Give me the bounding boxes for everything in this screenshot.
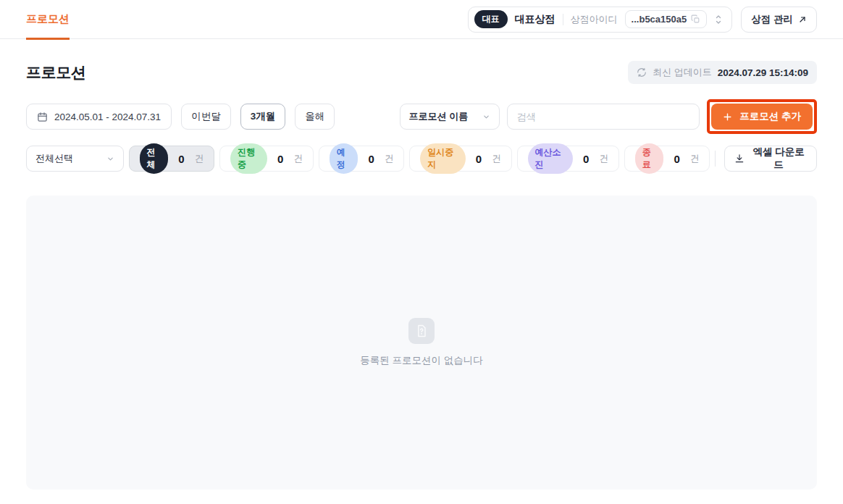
period-button-this-month[interactable]: 이번달	[181, 104, 231, 130]
search-field-select[interactable]: 프로모션 이름	[400, 104, 500, 130]
period-this-month-label: 이번달	[191, 110, 221, 123]
tab-promotion[interactable]: 프로모션	[26, 0, 70, 39]
add-promotion-highlight-box: 프로모션 추가	[707, 99, 817, 134]
add-promotion-label: 프로모션 추가	[739, 110, 801, 123]
store-manage-label: 상점 관리	[751, 13, 793, 26]
status-unit: 건	[492, 153, 501, 165]
tab-promotion-label: 프로모션	[26, 12, 70, 26]
copy-icon[interactable]	[691, 14, 700, 24]
divider	[563, 14, 563, 25]
status-count: 0	[476, 153, 482, 165]
status-badge: 예정	[330, 143, 358, 174]
status-unit: 건	[385, 153, 394, 165]
store-name: 대표상점	[515, 13, 555, 26]
status-card-budget-exhausted[interactable]: 예산소진 0 건	[517, 146, 619, 172]
status-badge: 종료	[635, 143, 664, 174]
period-3-months-label: 3개월	[251, 110, 276, 123]
status-card-all[interactable]: 전체 0 건	[129, 146, 214, 172]
status-unit: 건	[599, 153, 608, 165]
store-switch-chevrons-icon[interactable]	[714, 14, 723, 25]
status-count: 0	[368, 153, 374, 165]
excel-download-button[interactable]: 엑셀 다운로드	[724, 146, 817, 172]
refresh-icon[interactable]	[637, 67, 647, 77]
filter-row-date-search: 2024.05.01 - 2024.07.31 이번달 3개월 올해 프로모션 …	[26, 99, 817, 134]
search-field-value: 프로모션 이름	[409, 110, 469, 123]
excel-download-label: 엑셀 다운로드	[750, 146, 807, 172]
search-input[interactable]	[507, 104, 700, 130]
topbar-right-group: 대표 대표상점 상점아이디 ...b5ca150a5 상점 관리	[468, 7, 817, 33]
search-group: 프로모션 이름 프로모션 추가	[400, 99, 817, 134]
empty-document-icon	[408, 318, 435, 344]
status-card-in-progress[interactable]: 진행중 0 건	[219, 146, 314, 172]
period-this-year-label: 올해	[305, 110, 324, 123]
status-card-paused[interactable]: 일시중지 0 건	[409, 146, 511, 172]
status-badge: 일시중지	[420, 143, 465, 174]
status-count: 0	[674, 153, 679, 165]
status-badge: 예산소진	[528, 143, 573, 174]
status-filter-row: 전체선택 전체 0 건 진행중 0 건 예정 0 건 일시중지 0 건 예산소진…	[26, 146, 817, 172]
store-type-badge: 대표	[474, 10, 508, 28]
status-badge: 전체	[140, 143, 169, 174]
plus-icon	[723, 112, 732, 122]
status-count: 0	[583, 153, 589, 165]
status-unit: 건	[690, 153, 700, 165]
status-unit: 건	[195, 153, 204, 165]
store-id-value: ...b5ca150a5	[632, 14, 687, 25]
store-id-label: 상점아이디	[571, 13, 618, 26]
add-promotion-button[interactable]: 프로모션 추가	[711, 104, 813, 130]
external-link-arrow-icon	[798, 15, 807, 24]
select-all-dropdown[interactable]: 전체선택	[26, 146, 124, 172]
empty-state-message: 등록된 프로모션이 없습니다	[360, 354, 483, 367]
store-manage-button[interactable]: 상점 관리	[741, 7, 817, 33]
page-title: 프로모션	[26, 62, 86, 83]
select-all-label: 전체선택	[35, 152, 73, 165]
date-range-value: 2024.05.01 - 2024.07.31	[54, 112, 161, 122]
date-range-picker[interactable]: 2024.05.01 - 2024.07.31	[26, 104, 172, 130]
calendar-icon	[37, 112, 48, 122]
store-selector: 대표 대표상점 상점아이디 ...b5ca150a5	[468, 7, 733, 33]
status-card-scheduled[interactable]: 예정 0 건	[319, 146, 404, 172]
promotion-list-empty-panel: 등록된 프로모션이 없습니다	[26, 196, 817, 490]
excel-group: 엑셀 다운로드	[715, 146, 817, 172]
status-badge: 진행중	[230, 143, 267, 174]
divider	[715, 151, 716, 167]
last-update-pill: 최신 업데이트 2024.07.29 15:14:09	[628, 61, 817, 84]
download-icon	[734, 154, 745, 164]
title-row: 프로모션 최신 업데이트 2024.07.29 15:14:09	[26, 61, 817, 84]
last-update-value: 2024.07.29 15:14:09	[718, 67, 808, 78]
period-button-this-year[interactable]: 올해	[295, 104, 335, 130]
chevron-down-icon	[106, 155, 114, 163]
period-button-3-months[interactable]: 3개월	[240, 104, 286, 130]
status-unit: 건	[293, 153, 303, 165]
main-content: 프로모션 최신 업데이트 2024.07.29 15:14:09 2024.05…	[0, 39, 843, 490]
status-count: 0	[178, 153, 184, 165]
status-card-ended[interactable]: 종료 0 건	[624, 146, 710, 172]
store-id-pill[interactable]: ...b5ca150a5	[625, 10, 708, 28]
last-update-label: 최신 업데이트	[653, 66, 712, 79]
top-navigation-bar: 프로모션 대표 대표상점 상점아이디 ...b5ca150a5	[0, 0, 843, 39]
status-count: 0	[277, 153, 283, 165]
chevron-down-icon	[482, 113, 490, 121]
